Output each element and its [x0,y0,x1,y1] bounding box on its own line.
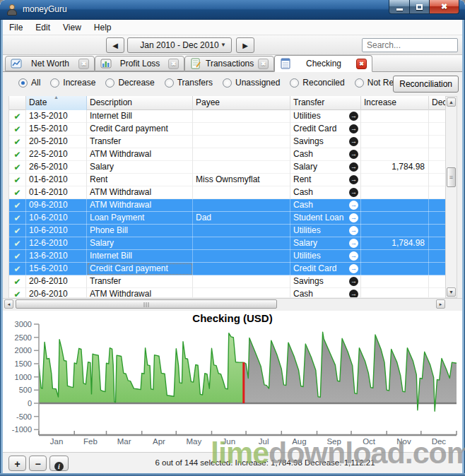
cell-date: 26-5-2010 [26,161,87,174]
cell-transfer: Cash→ [290,186,361,199]
column-header-increase[interactable]: Increase [361,96,429,110]
filter-radio-transfers[interactable]: Transfers [165,78,213,88]
close-button[interactable]: ✖ [430,0,459,14]
close-icon: ✖ [441,2,447,11]
scroll-left-button[interactable]: ◂ [4,299,13,309]
tab-transactions[interactable]: Transactions✖ [184,56,274,71]
add-transaction-button[interactable]: + [8,456,26,471]
goto-transfer-arrow-icon[interactable]: → [349,213,358,222]
radio-circle-icon [18,78,28,88]
prev-period-button[interactable]: ◀ [106,37,124,53]
table-row[interactable]: ✔10-6-2010Phone BillUtilities→ [9,225,446,237]
scroll-up-button[interactable]: ▲ [447,97,456,107]
vertical-scrollbar[interactable]: ▲ ≡ ▼ [445,96,457,298]
info-button[interactable]: i [49,456,69,471]
table-row[interactable]: ✔15-6-2010Credit Card paymentCredit Card… [9,263,446,275]
cell-transfer: Rent→ [290,174,361,186]
cell-payee [193,148,290,161]
reconciliation-button[interactable]: Reconciliation [393,76,459,93]
tab-close-icon[interactable]: ✖ [168,59,179,69]
tab-net-worth[interactable]: Net Worth✖ [5,56,95,71]
filter-radio-decrease[interactable]: Decrease [105,78,154,88]
goto-transfer-arrow-icon[interactable]: → [349,201,358,210]
remove-transaction-button[interactable]: − [29,456,47,471]
cell-description: Loan Payment [87,212,193,225]
column-header-payee[interactable]: Payee [193,96,290,110]
table-row[interactable]: ✔10-6-2010Loan PaymentDadStudent Loan→ [9,212,446,225]
cell-transfer: Student Loan→ [290,212,361,225]
goto-transfer-arrow-icon[interactable]: → [349,264,358,273]
cell-payee [193,250,290,263]
goto-transfer-arrow-icon[interactable]: → [349,277,358,286]
tab-profit-loss[interactable]: Profit Loss✖ [95,56,184,71]
goto-transfer-arrow-icon[interactable]: → [349,226,358,235]
cell-transfer: Salary→ [290,237,361,250]
minimize-button[interactable] [389,0,410,14]
column-header-transfer[interactable]: Transfer [290,96,361,110]
filter-radio-reconciled[interactable]: Reconciled [290,78,344,88]
column-header-date[interactable]: Date▲ [26,96,87,110]
minimize-icon [396,8,403,11]
next-period-button[interactable]: ▶ [236,37,254,53]
goto-transfer-arrow-icon[interactable]: → [349,290,358,298]
menu-view[interactable]: View [57,20,88,35]
column-header-decrease[interactable]: Decrease [429,96,446,110]
cell-decrease [429,123,446,136]
table-row[interactable]: ✔13-5-2010Internet BillUtilities→ [9,110,446,123]
filter-radio-all[interactable]: All [18,78,40,88]
table-row[interactable]: ✔20-6-2010ATM WithdrawalCash→ [9,288,446,298]
table-row[interactable]: ✔09-6-2010ATM WithdrawalCash→ [9,199,446,212]
cell-transfer: Utilities→ [290,225,361,237]
radio-label: Transfers [177,78,213,88]
reconciled-check-icon: ✔ [9,212,26,225]
table-row[interactable]: ✔22-5-2010ATM WithdrawalCash→ [9,148,446,161]
table-row[interactable]: ✔12-6-2010SalarySalary→1,784.98 [9,237,446,250]
filter-radio-increase[interactable]: Increase [50,78,95,88]
horizontal-scrollbar[interactable]: ◂ ▸ [3,298,462,309]
cell-date: 01-6-2010 [26,186,87,199]
vertical-scrollbar-thumb[interactable]: ≡ [447,167,456,187]
table-row[interactable]: ✔01-6-2010RentMiss OwnsmyflatRent→ [9,174,446,186]
table-row[interactable]: ✔13-6-2010Internet BillUtilities→ [9,250,446,263]
goto-transfer-arrow-icon[interactable]: → [349,124,358,133]
thumb-grip-icon [144,302,149,307]
filter-radio-unassigned[interactable]: Unassigned [223,78,280,88]
goto-transfer-arrow-icon[interactable]: → [349,150,358,159]
column-header-reconciled[interactable] [9,96,26,110]
table-row[interactable]: ✔15-5-2010Credit Card paymentCredit Card… [9,123,446,136]
menu-help[interactable]: Help [88,20,118,35]
table-row[interactable]: ✔26-5-2010SalarySalary→1,784.98 [9,161,446,174]
column-header-description[interactable]: Description [87,96,193,110]
scroll-right-button[interactable]: ▸ [436,299,445,309]
goto-transfer-arrow-icon[interactable]: → [349,112,358,121]
goto-transfer-arrow-icon[interactable]: → [349,137,358,146]
table-row[interactable]: ✔20-5-2010TransferSavings→ [9,136,446,148]
tab-close-icon[interactable]: ✖ [78,59,89,69]
tab-checking[interactable]: Checking✖ [274,55,372,72]
search-input[interactable] [362,38,458,52]
date-range-dropdown[interactable]: Jan 2010 - Dec 2010 ▼ [127,37,232,53]
goto-transfer-arrow-icon[interactable]: → [349,251,358,261]
cell-increase [361,148,429,161]
reconciled-check-icon: ✔ [9,161,26,174]
scroll-down-button[interactable]: ▼ [447,287,456,297]
goto-transfer-arrow-icon[interactable]: → [349,175,358,184]
radio-circle-icon [50,78,59,88]
maximize-button[interactable] [410,0,430,14]
table-row[interactable]: ✔01-6-2010ATM WithdrawalCash→ [9,186,446,199]
titlebar[interactable]: moneyGuru ✖ [0,0,465,20]
tab-close-icon[interactable]: ✖ [258,59,269,69]
goto-transfer-arrow-icon[interactable]: → [349,239,358,248]
svg-text:May: May [187,437,202,446]
goto-transfer-arrow-icon[interactable]: → [349,188,358,197]
horizontal-scrollbar-thumb[interactable] [16,299,277,309]
goto-transfer-arrow-icon[interactable]: → [349,162,358,172]
menu-file[interactable]: File [3,20,29,35]
menu-edit[interactable]: Edit [29,20,57,35]
tab-close-icon[interactable]: ✖ [356,59,367,69]
table-row[interactable]: ✔20-6-2010TransferSavings→ [9,275,446,288]
cell-payee: Miss Ownsmyflat [193,174,290,186]
cell-increase: 1,784.98 [361,161,429,174]
svg-text:-500: -500 [16,412,32,421]
cell-date: 10-6-2010 [26,225,87,237]
